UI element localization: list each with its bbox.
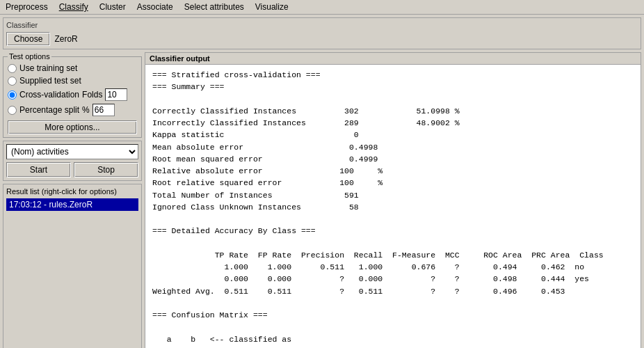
activities-select[interactable]: (Nom) activities [6, 144, 138, 159]
menu-visualize[interactable]: Visualize [252, 1, 291, 13]
content-area: Test options Use training set Supplied t… [3, 52, 641, 348]
radio-cross-validation-row: Cross-validation Folds [8, 88, 137, 101]
menu-associate[interactable]: Associate [134, 1, 176, 13]
radio-pct-split-row: Percentage split % [8, 104, 137, 116]
label-supplied: Supplied test set [19, 76, 81, 86]
start-stop-row: Start Stop [6, 162, 138, 177]
label-pct-split: Percentage split [19, 105, 79, 115]
classifier-output-panel: Classifier output === Stratified cross-v… [145, 52, 641, 348]
menu-select-attributes[interactable]: Select attributes [182, 1, 247, 13]
classifier-section-title: Classifier [6, 21, 638, 29]
stop-button[interactable]: Stop [74, 162, 138, 177]
test-options-title: Test options [8, 52, 51, 61]
label-cross-validation: Cross-validation [19, 90, 79, 100]
choose-button[interactable]: Choose [6, 32, 50, 46]
test-options-box: Test options Use training set Supplied t… [3, 52, 142, 138]
pct-input[interactable] [92, 104, 115, 116]
result-section: Result list (right-click for options) 17… [3, 184, 142, 348]
classifier-name: ZeroR [54, 34, 77, 44]
start-button[interactable]: Start [6, 162, 71, 177]
classifier-output-content: === Stratified cross-validation === === … [145, 65, 641, 348]
radio-pct-split[interactable] [8, 106, 17, 115]
classifier-row: Choose ZeroR [6, 32, 638, 46]
radio-group: Use training set Supplied test set Cross… [8, 63, 137, 116]
classifier-output-title: Classifier output [145, 53, 641, 65]
left-panel: Test options Use training set Supplied t… [3, 52, 142, 348]
radio-cross-validation[interactable] [8, 90, 17, 100]
activities-section: (Nom) activities Start Stop [3, 141, 142, 181]
menu-bar: Preprocess Classify Cluster Associate Se… [0, 0, 644, 15]
result-item[interactable]: 17:03:12 - rules.ZeroR [6, 198, 138, 211]
folds-input[interactable] [105, 88, 127, 101]
folds-label: Folds [82, 90, 102, 100]
result-list-title: Result list (right-click for options) [6, 187, 138, 196]
radio-use-training[interactable] [8, 64, 17, 73]
main-area: Classifier Choose ZeroR Test options Use… [0, 15, 644, 347]
pct-label: % [82, 105, 90, 115]
radio-supplied-row: Supplied test set [8, 76, 137, 86]
classifier-section: Classifier Choose ZeroR [3, 17, 641, 49]
radio-supplied[interactable] [8, 77, 17, 86]
more-options-button[interactable]: More options... [8, 120, 137, 134]
label-use-training: Use training set [19, 63, 77, 73]
menu-classify[interactable]: Classify [56, 1, 91, 13]
menu-cluster[interactable]: Cluster [97, 1, 129, 13]
radio-use-training-row: Use training set [8, 63, 137, 73]
menu-preprocess[interactable]: Preprocess [3, 1, 51, 13]
